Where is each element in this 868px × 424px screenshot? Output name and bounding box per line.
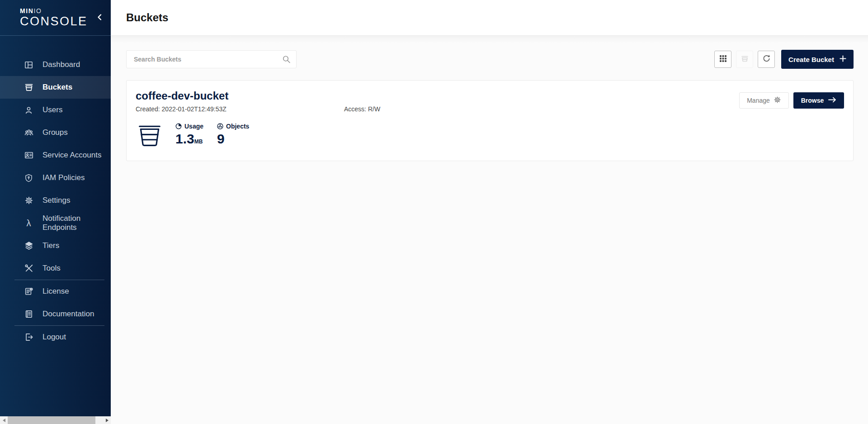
bucket-icon bbox=[137, 123, 163, 149]
sidebar-item-label: Dashboard bbox=[42, 60, 80, 69]
sidebar-collapse-button[interactable] bbox=[94, 12, 105, 24]
main-panel: Buckets bbox=[111, 0, 868, 424]
objects-icon bbox=[217, 123, 223, 129]
search-icon bbox=[282, 55, 291, 64]
toolbar-actions: Create Bucket bbox=[710, 50, 854, 69]
objects-metric: Objects 9 bbox=[217, 123, 249, 146]
sidebar-item-dashboard[interactable]: Dashboard bbox=[0, 53, 111, 76]
bucket-created-text: Created: 2022-01-02T12:49:53Z bbox=[136, 105, 344, 113]
usage-metric: Usage 1.3MB bbox=[175, 123, 203, 146]
sidebar-item-service-accounts[interactable]: Service Accounts bbox=[0, 144, 111, 167]
create-bucket-label: Create Bucket bbox=[788, 56, 834, 63]
chevron-left-icon bbox=[96, 14, 103, 22]
manage-button[interactable]: Manage bbox=[739, 92, 789, 109]
horizontal-scrollbar[interactable] bbox=[0, 416, 111, 424]
sidebar-item-label: Service Accounts bbox=[42, 151, 101, 160]
sidebar-item-tools[interactable]: Tools bbox=[0, 257, 111, 280]
bucket-card-actions: Manage Browse bbox=[739, 92, 844, 109]
bucket-access-text: Access: R/W bbox=[344, 105, 380, 113]
search-box bbox=[126, 50, 297, 68]
brand-line-1: MINIO bbox=[20, 8, 88, 14]
refresh-button[interactable] bbox=[758, 51, 775, 68]
id-card-icon bbox=[24, 151, 33, 160]
arrow-right-icon bbox=[828, 96, 836, 105]
plus-icon bbox=[840, 55, 846, 63]
page-header: Buckets bbox=[111, 0, 868, 36]
sidebar: MINIO CONSOLE Dashboard bbox=[0, 0, 111, 424]
list-view-icon bbox=[741, 54, 749, 64]
bucket-name-link[interactable]: coffee-dev-bucket bbox=[136, 90, 228, 102]
logout-icon bbox=[24, 333, 33, 342]
dashboard-icon bbox=[24, 60, 33, 70]
sidebar-item-license[interactable]: License bbox=[0, 280, 111, 303]
objects-label: Objects bbox=[226, 123, 249, 130]
groups-icon bbox=[24, 128, 33, 138]
sidebar-item-logout[interactable]: Logout bbox=[0, 326, 111, 348]
sidebar-item-label: Settings bbox=[42, 196, 70, 205]
sidebar-item-label: Documentation bbox=[42, 310, 94, 319]
sidebar-item-label: Logout bbox=[42, 333, 66, 342]
minio-console-app: MINIO CONSOLE Dashboard bbox=[0, 0, 868, 424]
usage-value: 1.3 bbox=[175, 131, 194, 146]
sidebar-item-groups[interactable]: Groups bbox=[0, 121, 111, 144]
grid-view-button[interactable] bbox=[714, 51, 731, 68]
license-icon bbox=[24, 287, 33, 296]
sidebar-item-users[interactable]: Users bbox=[0, 99, 111, 121]
bucket-card: coffee-dev-bucket Created: 2022-01-02T12… bbox=[126, 80, 854, 161]
sidebar-item-settings[interactable]: Settings bbox=[0, 189, 111, 212]
sidebar-item-label: Buckets bbox=[42, 83, 72, 92]
sidebar-item-tiers[interactable]: Tiers bbox=[0, 234, 111, 257]
documentation-icon bbox=[24, 310, 33, 319]
bucket-icon bbox=[24, 83, 33, 92]
manage-label: Manage bbox=[747, 97, 770, 104]
create-bucket-button[interactable]: Create Bucket bbox=[781, 50, 854, 69]
objects-value: 9 bbox=[217, 132, 249, 146]
sidebar-item-label: Users bbox=[42, 105, 62, 114]
gear-icon bbox=[774, 96, 781, 105]
sidebar-item-notification-endpoints[interactable]: λ Notification Endpoints bbox=[0, 212, 111, 234]
sidebar-item-iam-policies[interactable]: IAM Policies bbox=[0, 167, 111, 189]
usage-pie-icon bbox=[175, 123, 182, 129]
bucket-metrics-row: Usage 1.3MB Objects 9 bbox=[136, 123, 844, 149]
sidebar-item-label: Groups bbox=[42, 128, 68, 137]
page-title: Buckets bbox=[126, 11, 168, 24]
sidebar-item-label: License bbox=[42, 287, 69, 296]
sidebar-nav: MINIO CONSOLE Dashboard bbox=[0, 0, 111, 416]
sidebar-item-label: Tiers bbox=[42, 241, 59, 250]
grid-view-icon bbox=[719, 55, 727, 64]
sidebar-item-label: Tools bbox=[42, 264, 61, 273]
brand-line-2: CONSOLE bbox=[20, 15, 88, 28]
sidebar-item-buckets[interactable]: Buckets bbox=[0, 76, 111, 99]
sidebar-item-label: Notification Endpoints bbox=[42, 214, 111, 232]
sidebar-item-label: IAM Policies bbox=[42, 173, 85, 182]
logo-row: MINIO CONSOLE bbox=[0, 0, 111, 36]
layers-icon bbox=[24, 241, 33, 251]
sidebar-menu: Dashboard Buckets Users bbox=[0, 36, 111, 348]
scrollbar-right-arrow-icon[interactable] bbox=[103, 416, 111, 424]
gear-icon bbox=[24, 196, 33, 205]
user-icon bbox=[24, 105, 33, 115]
browse-label: Browse bbox=[801, 97, 824, 104]
tools-icon bbox=[24, 264, 33, 273]
shield-key-icon bbox=[24, 173, 33, 183]
toolbar-row: Create Bucket bbox=[126, 50, 854, 69]
bucket-meta-row: Created: 2022-01-02T12:49:53Z Access: R/… bbox=[136, 105, 844, 113]
search-input[interactable] bbox=[127, 51, 296, 68]
usage-unit: MB bbox=[194, 138, 203, 145]
lambda-icon: λ bbox=[24, 219, 33, 228]
scrollbar-thumb[interactable] bbox=[8, 416, 95, 424]
minio-console-logo: MINIO CONSOLE bbox=[20, 8, 88, 28]
sidebar-item-documentation[interactable]: Documentation bbox=[0, 303, 111, 325]
browse-button[interactable]: Browse bbox=[793, 92, 844, 109]
scrollbar-track[interactable] bbox=[8, 416, 103, 424]
usage-label: Usage bbox=[184, 123, 203, 130]
scrollbar-left-arrow-icon[interactable] bbox=[0, 416, 8, 424]
content-area: Create Bucket coffee-dev-bucket Created:… bbox=[111, 36, 868, 424]
list-view-button[interactable] bbox=[736, 51, 753, 68]
refresh-icon bbox=[762, 54, 771, 64]
